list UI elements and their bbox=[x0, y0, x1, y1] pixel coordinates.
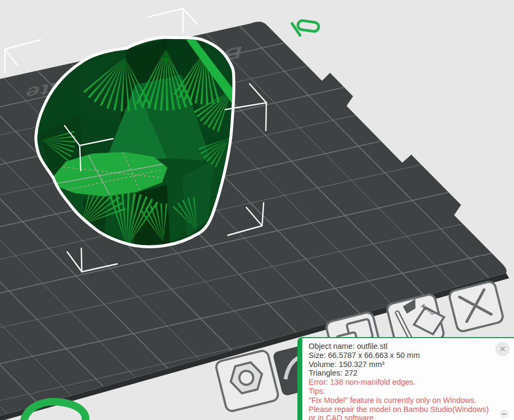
tip-line-1: "Fix Model" feature is currently only on… bbox=[309, 396, 508, 405]
panel-close-button[interactable]: × bbox=[495, 342, 510, 356]
object-triangles: Triangles: 272 bbox=[309, 369, 508, 378]
viewport-3d[interactable]: Bambu PEI-Plate bbox=[0, 0, 514, 420]
bed-origin-marker bbox=[292, 20, 319, 35]
brand-logo bbox=[24, 402, 86, 420]
panel-minimize-button[interactable] bbox=[500, 409, 509, 418]
tips-label: Tips: bbox=[309, 387, 508, 396]
object-info-panel: Object name: outfile.stl Size: 66.5787 x… bbox=[297, 337, 514, 420]
tip-line-3: or in CAD software. bbox=[309, 414, 508, 420]
object-error: Error: 138 non-manifold edges. bbox=[309, 378, 508, 387]
object-size: Size: 66.5787 x 66.663 x 50 mm bbox=[309, 351, 508, 360]
object-volume: Volume: 150.327 mm³ bbox=[309, 360, 508, 369]
object-name: Object name: outfile.stl bbox=[309, 342, 508, 351]
tip-line-2: Please repair the model on Bambu Studio(… bbox=[309, 405, 508, 414]
settings-nut-button[interactable] bbox=[215, 349, 279, 412]
